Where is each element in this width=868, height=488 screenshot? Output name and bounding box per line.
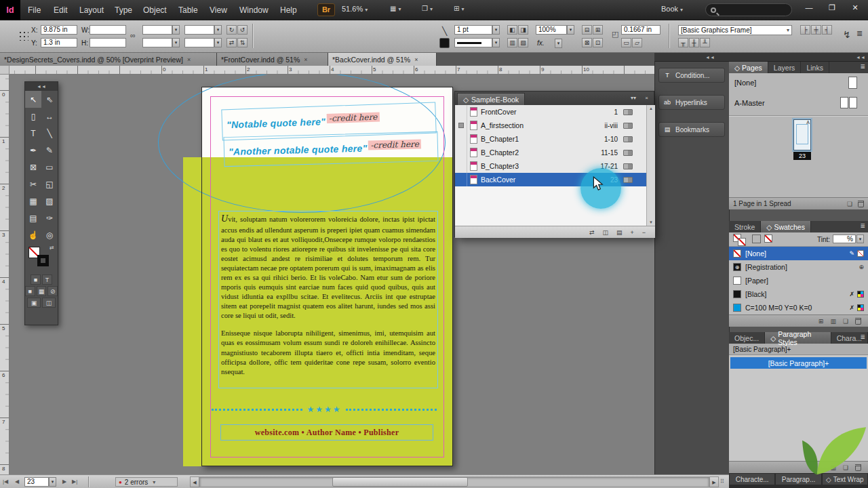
stroke-weight-dropdown[interactable]: ▾	[492, 25, 500, 35]
normal-view-mode-button[interactable]: ▣	[27, 298, 41, 308]
swatch-row-none[interactable]: [None] ✎	[729, 247, 868, 260]
eyedropper-tool[interactable]: ✑	[41, 209, 58, 226]
constrain-proportions-icon[interactable]: ∞	[130, 31, 136, 39]
reference-point-proxy[interactable]	[18, 30, 28, 41]
control-panel-menu-icon[interactable]: ≣	[856, 29, 863, 38]
gradient-swatch-tool[interactable]: ▦	[25, 192, 41, 209]
flip-vertical-button[interactable]: ⇅	[237, 38, 248, 47]
style-row-basic-paragraph[interactable]: [Basic Paragraph]+	[730, 357, 867, 369]
tab-pages[interactable]: ◇Pages	[729, 62, 768, 73]
stroke-weight-field[interactable]: 1 pt	[454, 25, 492, 35]
height-field[interactable]	[90, 38, 126, 47]
wrap-jump-icon[interactable]: ⊡	[593, 38, 603, 47]
page-number-field[interactable]: 23	[24, 477, 49, 487]
window-close-button[interactable]: ✕	[845, 0, 865, 15]
hyperlinks-panel-button[interactable]: ab Hyperlinks	[658, 95, 725, 110]
page-number-badge[interactable]: 23	[793, 152, 811, 160]
scale-x-dropdown[interactable]: ▾	[172, 25, 180, 35]
wrap-bounding-icon[interactable]: ⊞	[593, 25, 603, 35]
direct-selection-tool[interactable]: ⇖	[41, 91, 58, 108]
selection-tool[interactable]: ↖	[25, 91, 41, 108]
scroll-left-button[interactable]: ◀	[190, 476, 199, 487]
note-tool[interactable]: ▤	[25, 209, 41, 226]
menu-table[interactable]: Table	[172, 0, 204, 20]
collapse-dock-icon[interactable]: ◄◄	[705, 55, 715, 60]
align-middle-icon[interactable]: ╪	[811, 25, 821, 35]
workspace-switcher[interactable]: Book▾	[661, 5, 683, 13]
menu-object[interactable]: Object	[137, 0, 173, 20]
window-minimize-button[interactable]: —	[799, 0, 819, 15]
menu-window[interactable]: Window	[233, 0, 275, 20]
corner-shape-alt-icon[interactable]: ▱	[632, 38, 642, 47]
scissors-tool[interactable]: ✂	[25, 176, 41, 192]
line-tool[interactable]: ╲	[41, 125, 58, 142]
panel-menu-icon[interactable]: ≣	[860, 222, 865, 229]
arrange-documents-button[interactable]: ⊞▾	[454, 5, 464, 12]
remove-document-icon[interactable]: −	[642, 229, 646, 236]
minimize-panel-icon[interactable]: ▾▾	[631, 95, 636, 101]
tint-field[interactable]: %	[833, 235, 856, 243]
swatch-row-registration[interactable]: ⊕ [Registration] ⊕	[729, 260, 868, 274]
shear-dropdown[interactable]: ▾	[214, 38, 222, 47]
new-page-icon[interactable]: ❏	[847, 201, 852, 207]
quote-frame-2[interactable]: "Another notable quote here" -credit her…	[223, 131, 438, 167]
corner-radius-field[interactable]: 0.1667 in	[621, 25, 660, 35]
align-center-icon[interactable]: ╫	[689, 38, 699, 47]
book-row-chapter3[interactable]: B_Chapter3 17-21	[455, 159, 646, 173]
pen-tool[interactable]: ✒	[25, 142, 41, 159]
doc-tab-covers[interactable]: *DesignSecrets_Covers.indd @ 50% [Overpr…	[0, 53, 217, 66]
page-thumbnail-23[interactable]: A	[793, 119, 811, 150]
swatch-row-paper[interactable]: [Paper]	[729, 274, 868, 287]
screen-mode-button[interactable]: ❐▾	[422, 5, 433, 12]
hand-tool[interactable]: ☝	[25, 226, 41, 243]
zoom-level-control[interactable]: 51.6%▾	[342, 5, 368, 13]
wrap-none-icon[interactable]: ⊟	[582, 25, 592, 35]
indesign-logo[interactable]: Id	[0, 0, 20, 20]
formatting-affects-text-button[interactable]: T	[42, 274, 52, 285]
y-position-field[interactable]: 1.3 in	[41, 38, 77, 47]
save-book-icon[interactable]: ◫	[602, 229, 608, 236]
master-a-item[interactable]: A-Master	[734, 99, 765, 107]
synchronize-icon[interactable]: ⇄	[589, 229, 595, 236]
last-page-button[interactable]: ▶|	[72, 479, 77, 485]
tab-object-styles[interactable]: Objec...	[729, 332, 765, 344]
swap-fill-stroke-icon[interactable]: ⇄	[50, 245, 54, 251]
formatting-affects-container-button[interactable]: ■	[31, 274, 41, 285]
book-row-chapter1[interactable]: B_Chapter1 1-10	[455, 132, 646, 146]
swatch-row-black[interactable]: [Black] ✗	[729, 287, 868, 301]
page-number-dropdown[interactable]: ▾	[49, 477, 56, 487]
page-tool[interactable]: ▯	[25, 108, 41, 125]
next-page-button[interactable]: ▶	[62, 479, 66, 485]
tab-character[interactable]: Characte...	[730, 474, 774, 485]
scale-x-field[interactable]	[142, 25, 172, 35]
book-panel-tab[interactable]: ◇SampleE-Book	[457, 93, 525, 105]
scroll-up-icon[interactable]: ▲	[647, 106, 655, 110]
corner-options-icon[interactable]: ◰	[612, 30, 618, 39]
effects-group-icon[interactable]: ▧	[518, 38, 528, 47]
formatting-affects-text-icon[interactable]	[752, 235, 761, 243]
align-left-icon[interactable]: ╞	[800, 25, 810, 35]
footer-text-frame[interactable]: website.com • Author Name • Publisher	[220, 424, 433, 441]
stroke-type-field[interactable]	[454, 38, 492, 47]
doc-tab-backcover[interactable]: *BackCover.indd @ 51%×	[328, 53, 437, 66]
bridge-button[interactable]: Br	[317, 3, 335, 16]
apply-color-button[interactable]: ■	[25, 286, 35, 296]
close-panel-icon[interactable]: ×	[645, 95, 648, 101]
gradient-feather-tool[interactable]: ▨	[41, 192, 58, 209]
book-row-firstsection[interactable]: A_firstsection ii-viii	[455, 119, 646, 132]
pencil-tool[interactable]: ✎	[41, 142, 58, 159]
first-page-button[interactable]: |◀	[3, 479, 8, 485]
tab-swatches[interactable]: ◇Swatches	[761, 221, 811, 232]
doc-tab-frontcover[interactable]: *FrontCover.indd @ 51%×	[217, 53, 328, 66]
menu-layout[interactable]: Layout	[73, 0, 110, 20]
menu-view[interactable]: View	[203, 0, 233, 20]
ruler-origin-corner[interactable]	[0, 66, 9, 75]
arrowhead-end-icon[interactable]: ◨	[518, 25, 528, 35]
rotation-dropdown[interactable]: ▾	[214, 25, 222, 35]
scale-y-dropdown[interactable]: ▾	[172, 38, 180, 47]
rectangle-tool[interactable]: ▭	[41, 159, 58, 176]
apply-none-button[interactable]: ⊘	[47, 286, 58, 296]
previous-page-button[interactable]: ◀	[15, 479, 19, 485]
delete-swatch-icon[interactable]	[855, 318, 861, 325]
vertical-ruler[interactable]: 0 1 2 3 4 5 6 7 8	[0, 75, 9, 474]
